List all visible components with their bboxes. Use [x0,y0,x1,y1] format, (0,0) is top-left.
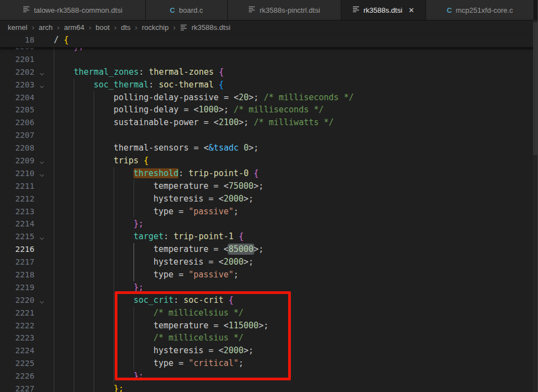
code-line[interactable]: 2205polling-delay = <1000>; /* milliseco… [0,104,538,116]
code-line[interactable]: 2217hysteresis = <2000>; [0,256,538,269]
indent-guide [74,205,94,218]
code-token: }; [134,219,144,229]
code-token: >; [219,105,234,115]
breadcrumb-item[interactable]: arch [39,23,53,32]
chevron-right-icon: › [135,23,137,32]
indent-guide [94,307,114,319]
code-token: { [254,168,259,178]
line-number: 2210 [0,167,34,180]
code-token: soc-thermal [158,80,213,90]
indent-guide [114,256,134,269]
breadcrumb-item[interactable]: dts [121,23,130,32]
line-number: 2216 [0,243,34,256]
tab-label: rk3588s-pinctrl.dtsi [259,6,320,14]
chevron-right-icon: › [57,23,59,32]
indent-guide [114,193,134,205]
line-number: 2213 [0,205,34,218]
gutter: 2205 [0,104,54,116]
indent-guide [74,79,94,91]
code-token: thermal-zones [148,67,213,77]
tab-rk3588s-pinctrl-dtsi[interactable]: rk3588s-pinctrl.dtsi [228,0,341,20]
tab-board-c[interactable]: C board.c [146,0,228,20]
tab-mcp251xfd-core-c[interactable]: C mcp251xfd-core.c [426,0,534,20]
gutter: 2204 [0,91,54,104]
code-line[interactable]: 2212hysteresis = <2000>; [0,193,538,205]
indent-guide [54,129,74,142]
code-token: 2100 [219,117,239,127]
indent-guide [94,116,114,129]
code-line[interactable]: 18/ { [0,34,538,47]
code-line[interactable]: 2202thermal_zones: thermal-zones { [0,66,538,79]
breadcrumb-item[interactable]: kernel [8,23,27,32]
code-token: polling-delay = < [114,105,199,115]
indent-guide [114,218,134,230]
code-token: hysteresis = < [153,257,223,267]
code-line[interactable]: 2213type = "passive"; [0,205,538,218]
c-file-icon: C [447,6,452,14]
indent-guide [94,269,114,281]
tab-talowe-rk3588-common-dtsi[interactable]: talowe-rk3588-common.dtsi [0,0,146,20]
code-token [214,80,219,90]
indent-guide [54,230,74,243]
dtsi-file-icon [248,6,255,14]
code-line[interactable]: 2218type = "passive"; [0,269,538,281]
code-line[interactable]: 2208thermal-sensors = <&tsadc 0>; [0,142,538,154]
code-token: soc_thermal [94,80,148,90]
code-token: trip-point-0 [188,168,248,178]
indent-guide [74,142,94,154]
indent-guide [74,104,94,116]
tab-rk3588s-dtsi-active[interactable]: rk3588s.dtsi ✕ [341,0,426,20]
code-line[interactable]: 2227}; [0,383,538,392]
breadcrumb-item[interactable]: rockchip [142,23,168,32]
sticky-scroll[interactable]: 18/ { [0,34,538,48]
code-token: hysteresis = < [153,194,223,204]
indent-guide [54,243,74,256]
code-line[interactable]: 2207 [0,129,538,142]
code-token: }; [74,47,84,51]
indent-guide [74,243,94,256]
line-number: 2224 [0,344,34,357]
code-line[interactable]: 2203soc_thermal: soc-thermal { [0,79,538,91]
code-token: ; [234,207,239,216]
indent-guide [134,180,153,193]
gutter: 2216 [0,243,54,256]
line-number: 2226 [0,370,34,383]
code-token: >; [249,143,259,153]
indent-guide [74,344,94,357]
breadcrumb-item[interactable]: boot [96,23,110,32]
indent-guide [54,383,74,392]
code-token: target [134,231,163,241]
code-line[interactable]: 2209trips { [0,154,538,167]
code-token: >; [254,244,264,254]
code-token: type = [153,270,188,280]
code-line[interactable]: 2204polling-delay-passive = <20>; /* mil… [0,91,538,104]
code-line[interactable]: 2214}; [0,218,538,230]
indent-guide [74,332,94,344]
code-line[interactable]: 2210threshold: trip-point-0 { [0,167,538,180]
indent-guide [74,370,94,383]
indent-guide [74,154,94,167]
line-number: 2223 [0,332,34,344]
code-line[interactable]: 2201 [0,53,538,66]
indent-guide [74,294,94,307]
breadcrumb-item[interactable]: arm64 [64,23,84,32]
code-token: >; [239,117,254,127]
indent-guide [94,154,114,167]
line-number: 2217 [0,256,34,269]
code-line[interactable]: 2211temperature = <75000>; [0,180,538,193]
close-icon[interactable]: ✕ [408,6,414,14]
line-number: 2219 [0,281,34,294]
code-token: 75000 [228,181,253,191]
code-line[interactable]: 2200}; [0,47,538,53]
code-line[interactable]: 2206sustainable-power = <2100>; /* milli… [0,116,538,129]
indent-guide [54,256,74,269]
code-token: /* milliseconds */ [234,105,324,115]
line-number: 2212 [0,193,34,205]
code-token: : [163,231,173,241]
breadcrumb-file[interactable]: rk3588s.dtsi [192,23,230,32]
code-line[interactable]: 2216temperature = <85000>; [0,243,538,256]
chevron-right-icon: › [32,23,34,32]
indent-guide [74,281,94,294]
indent-guide [134,256,153,269]
code-line[interactable]: 2215target: trip-point-1 { [0,230,538,243]
